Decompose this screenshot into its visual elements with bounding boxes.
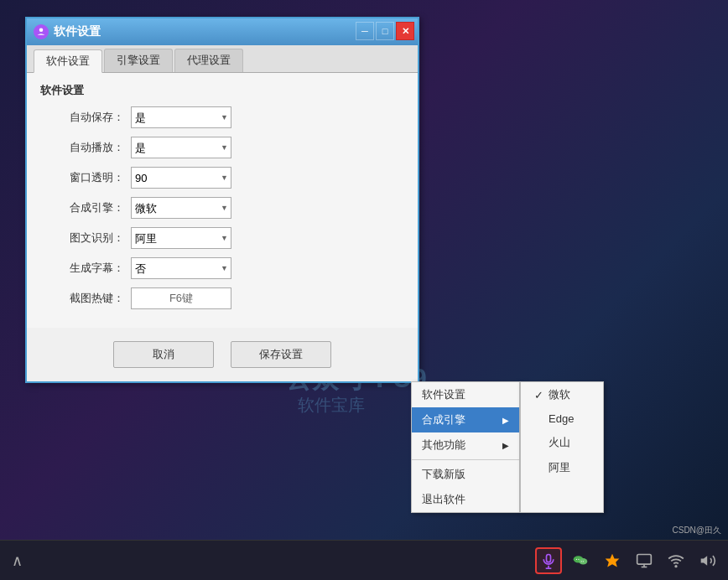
taskbar: ∧ (0, 540, 728, 580)
context-menu-container: 软件设置 合成引擎 ▶ 其他功能 ▶ 下载新版 退出软件 ✓ 微软 (411, 381, 604, 513)
auto-save-select[interactable]: 是 否 (131, 106, 231, 128)
svg-rect-11 (637, 554, 652, 564)
window-opacity-row: 窗口透明： 90 80 100 (40, 167, 404, 189)
menu-divider-1 (412, 459, 519, 460)
svg-marker-15 (701, 556, 708, 566)
hotkey-input[interactable] (131, 287, 231, 309)
svg-marker-10 (606, 553, 620, 567)
maximize-button[interactable]: □ (376, 22, 394, 40)
auto-play-select-wrapper: 是 否 (131, 137, 231, 158)
menu-item-download[interactable]: 下载新版 (412, 462, 519, 487)
auto-play-label: 自动播放： (57, 140, 124, 155)
synthesis-engine-label: 合成引擎： (57, 200, 124, 215)
watermark-line2: 软件宝库 (298, 394, 365, 417)
save-button[interactable]: 保存设置 (231, 341, 331, 368)
subtitle-row: 生成字幕： 否 是 (40, 257, 404, 279)
check-microsoft: ✓ (534, 389, 543, 401)
svg-point-9 (583, 561, 584, 562)
network-icon (668, 552, 684, 569)
titlebar-controls: ─ □ ✕ (356, 22, 414, 40)
auto-save-select-wrapper: 是 否 (131, 106, 231, 128)
tab-proxy-settings[interactable]: 代理设置 (174, 49, 243, 72)
ocr-label: 图文识别： (57, 230, 124, 246)
submenu-item-ali[interactable]: ✓ 阿里 (521, 455, 603, 480)
window-opacity-label: 窗口透明： (57, 170, 124, 185)
ocr-row: 图文识别： 阿里 百度 (40, 227, 404, 249)
svg-point-14 (675, 565, 677, 567)
synthesis-engine-select-wrapper: 微软 Edge 火山 阿里 (131, 197, 231, 219)
menu-item-other-functions[interactable]: 其他功能 ▶ (412, 432, 519, 458)
volume-icon (699, 552, 716, 569)
tab-engine-settings[interactable]: 引擎设置 (104, 49, 173, 72)
wechat-icon (572, 552, 589, 569)
subtitle-select-wrapper: 否 是 (131, 257, 231, 279)
menu-item-exit[interactable]: 退出软件 (412, 487, 519, 512)
star-taskbar-icon[interactable] (599, 547, 626, 574)
synthesis-engine-select[interactable]: 微软 Edge 火山 阿里 (131, 197, 231, 219)
submenu-item-edge[interactable]: ✓ Edge (521, 407, 603, 430)
subtitle-select[interactable]: 否 是 (131, 257, 231, 279)
tab-software-settings[interactable]: 软件设置 (34, 49, 102, 73)
display-taskbar-icon[interactable] (631, 547, 658, 574)
dialog-titlebar: 软件设置 ─ □ ✕ (27, 18, 418, 45)
network-taskbar-icon[interactable] (663, 547, 689, 574)
svg-rect-1 (547, 554, 551, 562)
star-icon (604, 552, 621, 569)
dialog-title: 软件设置 (54, 24, 101, 39)
dialog-footer: 取消 保存设置 (27, 328, 418, 381)
window-opacity-select[interactable]: 90 80 100 (131, 167, 231, 189)
auto-play-select[interactable]: 是 否 (131, 137, 231, 158)
title-icon (34, 24, 49, 39)
menu-item-synthesis-engine[interactable]: 合成引擎 ▶ (412, 407, 519, 432)
submenu-arrow-other: ▶ (502, 441, 509, 450)
auto-play-row: 自动播放： 是 否 (40, 137, 404, 158)
ocr-select-wrapper: 阿里 百度 (131, 227, 231, 249)
dialog-tabs: 软件设置 引擎设置 代理设置 (27, 45, 418, 73)
subtitle-label: 生成字幕： (57, 261, 124, 276)
taskbar-tray (535, 547, 728, 574)
hotkey-label: 截图热键： (57, 291, 124, 306)
display-icon (636, 552, 653, 569)
auto-save-label: 自动保存： (57, 110, 124, 125)
dialog-content: 软件设置 自动保存： 是 否 自动播放： 是 否 (27, 73, 418, 328)
hotkey-row: 截图热键： (40, 287, 404, 309)
submenu-item-huoshan[interactable]: ✓ 火山 (521, 430, 603, 455)
settings-dialog: 软件设置 ─ □ ✕ 软件设置 引擎设置 代理设置 软件设置 自动保存： 是 (25, 17, 419, 383)
synthesis-submenu: ✓ 微软 ✓ Edge ✓ 火山 ✓ 阿里 (520, 381, 604, 513)
cancel-button[interactable]: 取消 (113, 341, 214, 368)
ocr-select[interactable]: 阿里 百度 (131, 227, 231, 249)
svg-point-8 (581, 561, 582, 562)
mic-icon (540, 552, 557, 569)
wechat-taskbar-icon[interactable] (567, 547, 594, 574)
mic-taskbar-icon[interactable] (535, 547, 562, 574)
close-button[interactable]: ✕ (396, 22, 414, 40)
csdn-badge: CSDN@田久 (673, 525, 722, 536)
window-opacity-select-wrapper: 90 80 100 (131, 167, 231, 189)
taskbar-start[interactable]: ∧ (0, 541, 34, 580)
svg-point-7 (578, 558, 579, 559)
menu-item-software-settings[interactable]: 软件设置 (412, 382, 519, 407)
svg-point-0 (39, 28, 44, 33)
svg-point-6 (576, 558, 577, 559)
submenu-item-microsoft[interactable]: ✓ 微软 (521, 382, 603, 407)
section-title: 软件设置 (40, 83, 404, 98)
minimize-button[interactable]: ─ (356, 22, 374, 40)
synthesis-engine-row: 合成引擎： 微软 Edge 火山 阿里 (40, 197, 404, 219)
submenu-arrow-synthesis: ▶ (502, 416, 509, 425)
auto-save-row: 自动保存： 是 否 (40, 106, 404, 128)
desktop: 公众号：U9 软件宝库 软件设置 ─ □ ✕ 软件设置 引擎设置 代理设置 (0, 0, 728, 580)
context-menu: 软件设置 合成引擎 ▶ 其他功能 ▶ 下载新版 退出软件 (411, 381, 520, 513)
volume-taskbar-icon[interactable] (694, 547, 721, 574)
